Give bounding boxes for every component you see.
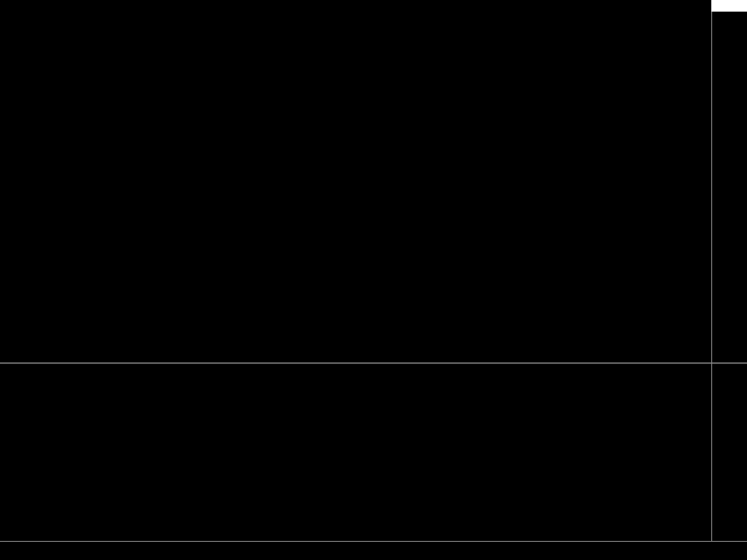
date-axis-border [0,541,747,542]
current-price-box [711,0,747,12]
price-axis-border [711,0,712,541]
stochastic-indicator-pane[interactable] [0,365,711,542]
candlestick-chart[interactable] [0,0,711,363]
symbol-ohlc-header [4,3,28,13]
stochastic-lines-chart[interactable] [0,365,711,542]
indicator-header [4,368,14,377]
mt4-chart-window [0,0,747,560]
candlestick-chart-pane[interactable] [0,0,711,363]
pane-separator-shadow [0,363,747,364]
